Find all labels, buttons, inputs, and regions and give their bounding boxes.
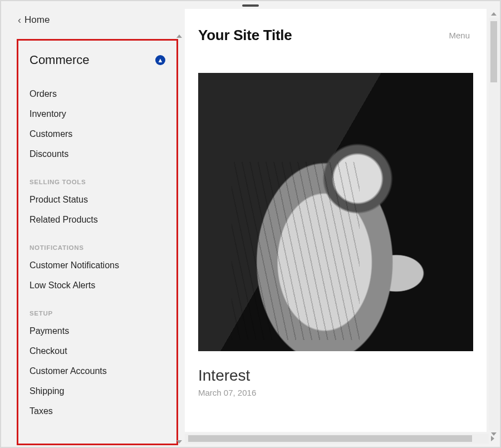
app-shell: ‹ Home Commerce ▲ Orders Inventory Custo… xyxy=(1,1,500,447)
sidebar-item-customers[interactable]: Customers xyxy=(30,124,165,144)
scroll-thumb[interactable] xyxy=(490,21,497,82)
sidebar-item-customer-notifications[interactable]: Customer Notifications xyxy=(30,255,165,275)
commerce-panel-highlight: Commerce ▲ Orders Inventory Customers Di… xyxy=(17,39,178,445)
commerce-panel: Commerce ▲ Orders Inventory Customers Di… xyxy=(18,41,176,421)
chevron-left-icon: ‹ xyxy=(18,14,21,26)
sidebar-item-customer-accounts[interactable]: Customer Accounts xyxy=(30,361,165,381)
sidebar-item-inventory[interactable]: Inventory xyxy=(30,104,165,124)
sidebar: ‹ Home Commerce ▲ Orders Inventory Custo… xyxy=(1,1,184,447)
menu-link[interactable]: Menu xyxy=(449,31,470,40)
sidebar-item-orders[interactable]: Orders xyxy=(30,84,165,104)
preview-vertical-scrollbar[interactable] xyxy=(489,18,499,430)
sidebar-item-checkout[interactable]: Checkout xyxy=(30,341,165,361)
sidebar-item-taxes[interactable]: Taxes xyxy=(30,401,165,421)
sidebar-scrollbar[interactable] xyxy=(175,35,183,444)
section-label-notifications: NOTIFICATIONS xyxy=(30,244,165,251)
post-featured-image[interactable] xyxy=(198,73,473,351)
site-title[interactable]: Your Site Title xyxy=(198,27,292,44)
post-title[interactable]: Interest xyxy=(198,367,473,385)
site-preview-pane: Your Site Title Menu Interest March 07, … xyxy=(184,1,500,447)
scroll-thumb[interactable] xyxy=(188,435,472,442)
section-label-selling-tools: SELLING TOOLS xyxy=(30,179,165,185)
preview-scroll-area: Your Site Title Menu Interest March 07, … xyxy=(184,9,500,447)
site-header: Your Site Title Menu xyxy=(185,27,487,56)
sidebar-item-payments[interactable]: Payments xyxy=(30,321,165,341)
panel-header: Commerce ▲ xyxy=(30,53,165,67)
sidebar-item-discounts[interactable]: Discounts xyxy=(30,144,165,164)
sidebar-item-shipping[interactable]: Shipping xyxy=(30,381,165,401)
section-label-setup: SETUP xyxy=(30,310,165,317)
preview-horizontal-scrollbar[interactable] xyxy=(185,434,489,444)
expand-badge-icon[interactable]: ▲ xyxy=(155,55,165,65)
panel-title: Commerce xyxy=(30,53,90,67)
sidebar-item-product-status[interactable]: Product Status xyxy=(30,190,165,210)
post-date: March 07, 2016 xyxy=(198,388,473,397)
back-home-link[interactable]: ‹ Home xyxy=(1,11,184,29)
scroll-down-icon[interactable] xyxy=(176,440,182,444)
scroll-up-icon[interactable] xyxy=(176,35,182,38)
back-label: Home xyxy=(24,14,50,26)
site-canvas: Your Site Title Menu Interest March 07, … xyxy=(185,9,487,432)
sidebar-item-low-stock-alerts[interactable]: Low Stock Alerts xyxy=(30,275,165,296)
scroll-up-icon[interactable] xyxy=(491,12,497,16)
scroll-right-icon[interactable] xyxy=(491,436,494,441)
sidebar-item-related-products[interactable]: Related Products xyxy=(30,210,165,230)
